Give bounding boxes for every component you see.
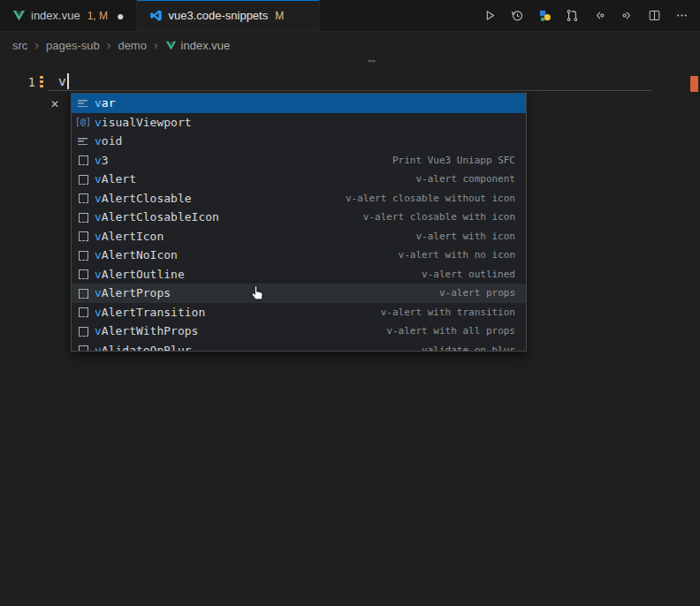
vscode-logo-icon <box>149 9 163 22</box>
breadcrumb: src › pages-sub › demo › index.vue <box>0 32 700 58</box>
suggest-item-detail: v-alert props <box>422 287 515 299</box>
gutter-modified-marker <box>40 76 43 89</box>
symbol-snippet-icon <box>75 305 92 319</box>
overview-ruler-marker <box>690 76 698 92</box>
suggest-item[interactable]: vAlertWithProps v-alert with all props <box>72 322 526 341</box>
suggest-item[interactable]: visualViewport <box>72 113 526 133</box>
symbol-snippet-icon <box>75 267 92 281</box>
suggest-item-label: v3 <box>95 154 109 167</box>
suggest-item-label: visualViewport <box>95 116 192 129</box>
code-line[interactable]: v <box>58 74 66 88</box>
symbol-snippet-icon <box>75 229 92 243</box>
tab-title: vue3.code-snippets <box>168 9 268 22</box>
suggest-item[interactable]: vAlertClosable v-alert closable without … <box>72 189 526 208</box>
suggest-item-label: vAlertOutline <box>95 268 185 281</box>
breadcrumb-separator: › <box>34 38 39 52</box>
breadcrumb-item-demo[interactable]: demo <box>118 39 147 52</box>
vue-logo-icon <box>165 40 177 51</box>
suggest-item-label: vAlertWithProps <box>95 324 198 337</box>
suggest-item[interactable]: vAlertProps v-alert props <box>72 284 526 303</box>
suggest-widget: var visualViewport void v3 Print Vue3 Un… <box>71 93 527 352</box>
suggest-item[interactable]: vAlertClosableIcon v-alert closable with… <box>72 208 526 227</box>
breadcrumb-separator: › <box>154 38 158 52</box>
symbol-keyword-icon <box>75 134 92 148</box>
symbol-keyword-icon <box>75 96 92 110</box>
symbol-snippet-icon <box>75 153 92 167</box>
suggest-item-label: vAlertClosableIcon <box>95 210 219 223</box>
line-number: 1 <box>16 75 35 89</box>
extension-colorful-icon[interactable] <box>533 4 556 27</box>
current-line-border <box>49 90 651 91</box>
suggest-item-label: void <box>95 134 122 148</box>
suggest-item-detail: v-alert closable without icon <box>328 193 515 204</box>
suggest-item-label: vAlertNoIcon <box>95 248 178 261</box>
run-icon[interactable] <box>478 4 501 27</box>
navigate-forward-icon[interactable] <box>615 4 638 27</box>
close-icon[interactable]: ✕ <box>50 99 59 110</box>
symbol-snippet-icon <box>75 191 92 205</box>
suggest-item[interactable]: vAlertNoIcon v-alert with no icon <box>72 246 526 265</box>
suggest-item[interactable]: vAlidateOnBlur validate on blur <box>72 341 526 352</box>
symbol-snippet-icon <box>75 210 92 224</box>
suggest-item-label: vAlertTransition <box>95 306 205 319</box>
suggest-item[interactable]: v3 Print Vue3 Uniapp SFC <box>72 151 526 170</box>
suggest-item-label: vAlertClosable <box>95 192 192 205</box>
vue-logo-icon <box>12 9 26 22</box>
suggest-item-label: vAlert <box>95 172 136 186</box>
editor-actions <box>478 0 700 31</box>
tab-index-vue[interactable]: index.vue 1, M ● <box>0 0 137 31</box>
git-pull-request-icon[interactable] <box>560 4 583 27</box>
suggest-item[interactable]: var <box>72 94 526 113</box>
mouse-pointer-icon <box>248 284 266 304</box>
suggest-item-detail: v-alert with all props <box>369 325 515 337</box>
suggest-item-label: vAlertProps <box>95 286 171 299</box>
more-actions-icon[interactable] <box>670 4 693 27</box>
tab-title: index.vue <box>31 9 80 22</box>
tab-vue3-code-snippets[interactable]: vue3.code-snippets M <box>137 0 320 31</box>
symbol-variable-icon <box>75 115 92 129</box>
suggest-item[interactable]: vAlertOutline v-alert outlined <box>72 265 526 284</box>
suggest-item-detail: validate on blur <box>404 345 515 352</box>
dirty-indicator[interactable]: ● <box>117 10 124 22</box>
suggest-item[interactable]: void <box>72 132 526 151</box>
split-editor-icon[interactable] <box>643 4 666 27</box>
tab-decoration: M <box>275 10 284 22</box>
breadcrumb-item-src[interactable]: src <box>12 39 27 52</box>
symbol-snippet-icon <box>75 248 92 262</box>
breadcrumb-item-file[interactable]: index.vue <box>165 39 231 52</box>
symbol-snippet-icon <box>75 172 92 186</box>
tab-bar: index.vue 1, M ● vue3.code-snippets M <box>0 0 700 32</box>
suggest-item-detail: v-alert closable with icon <box>346 211 515 223</box>
suggest-item-label: var <box>95 96 115 110</box>
navigate-back-icon[interactable] <box>588 4 611 27</box>
fold-ellipsis: ⋯ <box>368 53 376 69</box>
symbol-snippet-icon <box>75 286 92 300</box>
symbol-snippet-icon <box>75 324 92 338</box>
timeline-history-icon[interactable] <box>506 4 529 27</box>
breadcrumb-item-pages-sub[interactable]: pages-sub <box>46 39 100 52</box>
suggest-item-detail: v-alert outlined <box>404 269 515 280</box>
suggest-item-label: vAlertIcon <box>95 230 164 243</box>
suggest-item-detail: Print Vue3 Uniapp SFC <box>375 155 515 166</box>
suggest-item-detail: v-alert with no icon <box>381 249 515 261</box>
suggest-item[interactable]: vAlertIcon v-alert with icon <box>72 227 526 246</box>
suggest-item-detail: v-alert component <box>398 173 515 185</box>
tab-decoration: 1, M <box>88 10 108 22</box>
suggest-item-detail: v-alert with icon <box>398 231 515 242</box>
suggest-item[interactable]: vAlert v-alert component <box>72 170 526 189</box>
suggest-item-detail: v-alert with transition <box>363 307 515 318</box>
text-cursor <box>67 73 69 89</box>
suggest-item-label: vAlidateOnBlur <box>95 344 192 352</box>
vscode-window: index.vue 1, M ● vue3.code-snippets M <box>0 0 700 606</box>
breadcrumb-separator: › <box>107 38 111 52</box>
symbol-snippet-icon <box>75 343 92 352</box>
suggest-item[interactable]: vAlertTransition v-alert with transition <box>72 303 526 322</box>
